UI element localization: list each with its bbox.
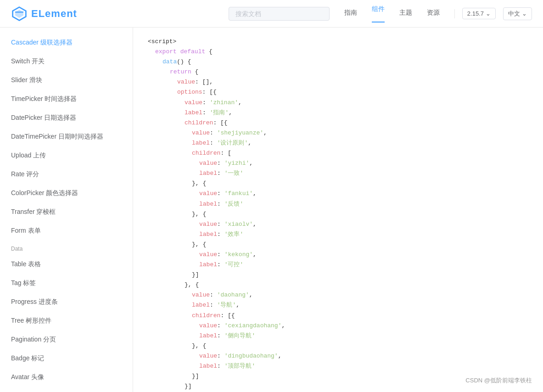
code-token: : bbox=[217, 201, 224, 207]
sidebar-item-rate[interactable]: Rate 评分 bbox=[0, 165, 133, 184]
code-token: label bbox=[199, 170, 217, 177]
lang-selector[interactable]: 中文 ⌄ bbox=[503, 7, 532, 20]
code-token: 'shejiyuanze' bbox=[217, 129, 263, 136]
code-token: 'yizhi' bbox=[224, 160, 250, 167]
nav-bar: 指南 组件 主题 资源 bbox=[344, 5, 440, 22]
code-token: : [{ bbox=[220, 312, 235, 319]
nav-guide[interactable]: 指南 bbox=[344, 9, 357, 19]
lang-text: 中文 bbox=[508, 10, 520, 18]
nav-resources[interactable]: 资源 bbox=[427, 9, 440, 19]
sidebar-item-colorpicker[interactable]: ColorPicker 颜色选择器 bbox=[0, 184, 133, 202]
code-token: value bbox=[185, 99, 202, 106]
code-token: , bbox=[253, 251, 257, 258]
sidebar: Cascader 级联选择器 Switch 开关 Slider 滑块 TimeP… bbox=[0, 28, 133, 392]
sidebar-item-switch[interactable]: Switch 开关 bbox=[0, 52, 133, 71]
code-token: default bbox=[180, 48, 206, 55]
code-token: : bbox=[217, 251, 224, 258]
code-token: 'zhinan' bbox=[210, 99, 238, 106]
sidebar-item-transfer[interactable]: Transfer 穿梭框 bbox=[0, 202, 133, 221]
code-token: return bbox=[170, 68, 191, 75]
version-selector[interactable]: 2.15.7 ⌄ bbox=[462, 8, 496, 19]
sidebar-item-table[interactable]: Table 表格 bbox=[0, 255, 133, 274]
sidebar-item-cascader[interactable]: Cascader 级联选择器 bbox=[0, 33, 133, 52]
sidebar-item-form[interactable]: Form 表单 bbox=[0, 221, 133, 240]
sidebar-item-progress[interactable]: Progress 进度条 bbox=[0, 292, 133, 311]
code-line: }, { bbox=[148, 179, 528, 189]
code-line: children: [{ bbox=[148, 311, 528, 321]
code-token: : [ bbox=[220, 150, 231, 157]
code-token: , bbox=[263, 129, 267, 136]
code-token: value bbox=[192, 291, 210, 298]
code-token: label bbox=[185, 109, 202, 116]
version-text: 2.15.7 bbox=[467, 10, 484, 17]
sidebar-item-badge[interactable]: Badge 标记 bbox=[0, 349, 133, 368]
code-token: }, { bbox=[192, 211, 206, 218]
code-token: 'cexiangdaohang' bbox=[224, 322, 282, 329]
code-token bbox=[177, 48, 180, 55]
code-line: label: '一致' bbox=[148, 168, 528, 179]
code-token: , bbox=[249, 291, 253, 298]
code-token: 'fankui' bbox=[224, 190, 253, 197]
code-token: : [{ bbox=[213, 119, 227, 126]
code-line: label: '顶部导航' bbox=[148, 361, 528, 371]
code-line: }, { bbox=[148, 280, 528, 290]
nav-theme[interactable]: 主题 bbox=[399, 9, 412, 19]
sidebar-item-avatar[interactable]: Avatar 头像 bbox=[0, 368, 133, 386]
code-token: , bbox=[278, 353, 282, 359]
logo-icon bbox=[11, 6, 28, 22]
nav-components[interactable]: 组件 bbox=[372, 5, 385, 22]
main-content: <script>export default {data() {return {… bbox=[133, 28, 543, 392]
sidebar-item-datetimepicker[interactable]: DateTimePicker 日期时间选择器 bbox=[0, 127, 133, 146]
code-token: label bbox=[199, 261, 217, 268]
code-token: : bbox=[217, 160, 224, 167]
code-line: value: 'yizhi', bbox=[148, 158, 528, 168]
code-token: : [{ bbox=[202, 89, 217, 95]
code-token: : [], bbox=[195, 78, 213, 85]
code-line: return { bbox=[148, 67, 528, 77]
sidebar-item-tag[interactable]: Tag 标签 bbox=[0, 274, 133, 292]
code-token: 'xiaolv' bbox=[224, 221, 253, 228]
code-line: children: [ bbox=[148, 148, 528, 158]
code-token: children bbox=[185, 119, 213, 126]
sidebar-item-datepicker[interactable]: DatePicker 日期选择器 bbox=[0, 108, 133, 127]
code-line: export default { bbox=[148, 47, 528, 57]
code-token: '导航' bbox=[217, 302, 236, 308]
code-token: : bbox=[210, 140, 217, 146]
sidebar-item-timepicker[interactable]: TimePicker 时间选择器 bbox=[0, 90, 133, 108]
code-token: value bbox=[199, 353, 217, 359]
search-input[interactable] bbox=[229, 7, 330, 21]
sidebar-item-tree[interactable]: Tree 树形控件 bbox=[0, 311, 133, 330]
code-token: children bbox=[192, 150, 220, 157]
code-token: : bbox=[217, 221, 224, 228]
code-token: , bbox=[253, 190, 257, 197]
code-line: value: 'dingbudaohang', bbox=[148, 351, 528, 361]
code-line: label: '指南', bbox=[148, 108, 528, 118]
code-token: , bbox=[281, 322, 285, 329]
header: ELement 指南 组件 主题 资源 2.15.7 ⌄ 中文 ⌄ bbox=[0, 0, 543, 28]
code-line: label: '效率' bbox=[148, 230, 528, 240]
chevron-down-icon: ⌄ bbox=[522, 10, 527, 17]
code-line: label: '设计原则', bbox=[148, 138, 528, 148]
code-token: , bbox=[229, 109, 232, 116]
code-token: : bbox=[202, 99, 210, 106]
code-token: label bbox=[199, 231, 217, 238]
code-line: }] bbox=[148, 270, 528, 280]
code-line: }, { bbox=[148, 240, 528, 250]
code-token: value bbox=[199, 251, 217, 258]
sidebar-item-pagination[interactable]: Pagination 分页 bbox=[0, 330, 133, 349]
sidebar-item-skeleton[interactable]: Skeleton 骨架屏 bbox=[0, 386, 133, 392]
sidebar-item-upload[interactable]: Upload 上传 bbox=[0, 146, 133, 165]
code-line: data() { bbox=[148, 57, 528, 67]
code-token: , bbox=[238, 99, 242, 106]
code-token: { bbox=[205, 48, 213, 55]
code-line: value: 'kekong', bbox=[148, 250, 528, 260]
sidebar-item-slider[interactable]: Slider 滑块 bbox=[0, 71, 133, 90]
code-token: }] bbox=[185, 383, 192, 390]
code-token: label bbox=[199, 332, 217, 339]
code-token: '侧向导航' bbox=[224, 332, 256, 339]
code-line: value: 'cexiangdaohang', bbox=[148, 321, 528, 331]
code-token: }, { bbox=[192, 180, 206, 187]
code-line: label: '侧向导航' bbox=[148, 331, 528, 341]
code-token: : bbox=[217, 363, 224, 370]
code-token: : bbox=[217, 170, 224, 177]
